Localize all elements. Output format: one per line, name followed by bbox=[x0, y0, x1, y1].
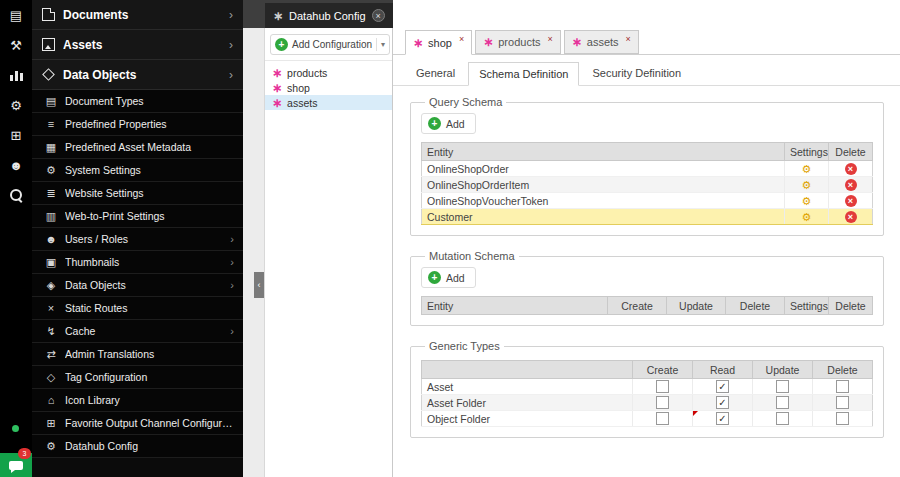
editor-tab-datahub-config[interactable]: ∗ Datahub Config × bbox=[265, 3, 393, 28]
sidebar-item-cache[interactable]: ↯Cache› bbox=[32, 320, 243, 343]
table-row[interactable]: OnlineShopOrder⚙× bbox=[422, 161, 873, 177]
main-sidebar: Documents›Assets›Data Objects› ▤Document… bbox=[32, 0, 243, 477]
definition-tabbar: GeneralSchema DefinitionSecurity Definit… bbox=[393, 55, 900, 86]
update-checkbox[interactable] bbox=[776, 396, 789, 409]
sidebar-item-icon-library[interactable]: ⌂Icon Library bbox=[32, 389, 243, 412]
collapse-panel-handle[interactable]: ‹ bbox=[254, 272, 264, 298]
settings-gear-icon[interactable]: ⚙ bbox=[785, 194, 828, 208]
tools-icon[interactable]: ⚒ bbox=[0, 30, 32, 60]
settings-gear-icon[interactable]: ⚙ bbox=[785, 162, 828, 176]
search-icon[interactable] bbox=[0, 180, 32, 210]
sidebar-item-system-settings[interactable]: ⚙System Settings bbox=[32, 159, 243, 182]
sidebar-item-label: Data Objects bbox=[65, 279, 223, 291]
tree-item-shop[interactable]: ∗shop bbox=[265, 80, 392, 95]
column-header-update: Update bbox=[667, 297, 726, 315]
sidebar-item-datahub-config[interactable]: ⚙Datahub Config bbox=[32, 435, 243, 458]
sidebar-item-label: Document Types bbox=[65, 95, 234, 107]
add-configuration-button[interactable]: + Add Configuration ▾ bbox=[270, 34, 390, 55]
table-row[interactable]: OnlineShopVoucherToken⚙× bbox=[422, 193, 873, 209]
cache-icon: ↯ bbox=[44, 325, 58, 338]
delete-cell: × bbox=[829, 193, 873, 209]
sidebar-item-website-settings[interactable]: ≣Website Settings bbox=[32, 182, 243, 205]
favorite-output-channel-configurations-icon: ⊞ bbox=[44, 417, 58, 430]
sidebar-item-thumbnails[interactable]: ▣Thumbnails› bbox=[32, 251, 243, 274]
close-icon[interactable]: × bbox=[626, 34, 631, 44]
feedback-button[interactable]: 3 bbox=[0, 453, 32, 477]
close-icon[interactable]: × bbox=[547, 34, 552, 44]
close-icon[interactable]: × bbox=[459, 34, 464, 44]
settings-gear-icon[interactable]: ⚙ bbox=[785, 210, 828, 224]
sidebar-item-data-objects[interactable]: ◈Data Objects› bbox=[32, 274, 243, 297]
sidebar-section-assets[interactable]: Assets› bbox=[32, 30, 243, 60]
sidebar-section-data-objects[interactable]: Data Objects› bbox=[32, 60, 243, 90]
documents-icon[interactable]: ▤ bbox=[0, 0, 32, 30]
delete-checkbox[interactable] bbox=[836, 380, 849, 393]
delete-icon[interactable]: × bbox=[845, 211, 857, 223]
delete-checkbox[interactable] bbox=[836, 396, 849, 409]
settings-gear-icon[interactable]: ⚙ bbox=[785, 178, 828, 192]
close-icon[interactable]: × bbox=[372, 9, 385, 22]
settings-cell: ⚙ bbox=[785, 193, 829, 209]
update-checkbox[interactable] bbox=[776, 412, 789, 425]
create-checkbox[interactable] bbox=[656, 396, 669, 409]
sidebar-item-label: Thumbnails bbox=[65, 256, 223, 268]
chevron-down-icon[interactable]: ▾ bbox=[381, 40, 385, 49]
subtab-security-definition[interactable]: Security Definition bbox=[581, 61, 692, 85]
sidebar-section-documents[interactable]: Documents› bbox=[32, 0, 243, 30]
editor-tab-label: Datahub Config bbox=[289, 10, 365, 22]
subtab-schema-definition[interactable]: Schema Definition bbox=[468, 62, 579, 86]
read-checkbox[interactable]: ✓ bbox=[716, 412, 729, 425]
tree-item-products[interactable]: ∗products bbox=[265, 65, 392, 80]
query-add-button[interactable]: + Add bbox=[421, 113, 476, 134]
delete-icon[interactable]: × bbox=[845, 195, 857, 207]
entity-cell: Customer bbox=[422, 209, 785, 225]
create-checkbox[interactable] bbox=[656, 412, 669, 425]
sidebar-item-document-types[interactable]: ▤Document Types bbox=[32, 90, 243, 113]
delete-icon[interactable]: × bbox=[845, 179, 857, 191]
sidebar-item-tag-configuration[interactable]: ◇Tag Configuration bbox=[32, 366, 243, 389]
sidebar-item-favorite-output-channel-configurations[interactable]: ⊞Favorite Output Channel Configurations bbox=[32, 412, 243, 435]
sidebar-item-static-routes[interactable]: ×Static Routes bbox=[32, 297, 243, 320]
tab-shop[interactable]: ∗shop× bbox=[405, 30, 472, 55]
update-checkbox[interactable] bbox=[776, 380, 789, 393]
read-checkbox[interactable]: ✓ bbox=[716, 396, 729, 409]
chevron-right-icon: › bbox=[230, 233, 234, 245]
icon-rail-items: ▤⚒⚙⊞☻ bbox=[0, 0, 32, 210]
ecommerce-icon[interactable]: ⊞ bbox=[0, 120, 32, 150]
table-row[interactable]: Customer⚙× bbox=[422, 209, 873, 225]
mutation-add-button[interactable]: + Add bbox=[421, 267, 476, 288]
create-checkbox[interactable] bbox=[656, 380, 669, 393]
users-icon[interactable]: ☻ bbox=[0, 150, 32, 180]
delete-icon[interactable]: × bbox=[845, 163, 857, 175]
chevron-right-icon: › bbox=[230, 279, 234, 291]
table-header-row: CreateReadUpdateDelete bbox=[422, 361, 873, 379]
tab-products[interactable]: ∗products× bbox=[475, 30, 561, 54]
system-settings-icon: ⚙ bbox=[44, 164, 58, 177]
sidebar-item-predefined-properties[interactable]: ≡Predefined Properties bbox=[32, 113, 243, 136]
sidebar-sections: Documents›Assets›Data Objects› bbox=[32, 0, 243, 90]
tab-assets[interactable]: ∗assets× bbox=[564, 30, 639, 54]
generic-types-fieldset: Generic Types CreateReadUpdateDeleteAsse… bbox=[410, 340, 884, 438]
tree-item-assets[interactable]: ∗assets bbox=[265, 95, 392, 110]
sidebar-item-admin-translations[interactable]: ⇄Admin Translations bbox=[32, 343, 243, 366]
reports-icon[interactable] bbox=[0, 60, 32, 90]
delete-checkbox[interactable] bbox=[836, 412, 849, 425]
delete-cell bbox=[813, 411, 873, 427]
column-header-settings: Settings bbox=[785, 297, 829, 315]
sidebar-item-predefined-asset-metadata[interactable]: ▦Predefined Asset Metadata bbox=[32, 136, 243, 159]
icon-library-icon: ⌂ bbox=[44, 394, 58, 406]
mutation-add-label: Add bbox=[446, 272, 465, 284]
column-header-create: Create bbox=[633, 361, 693, 379]
create-cell bbox=[633, 379, 693, 395]
sidebar-item-users-roles[interactable]: ☻Users / Roles› bbox=[32, 228, 243, 251]
datahub-config-icon: ⚙ bbox=[44, 440, 58, 453]
read-cell: ✓ bbox=[693, 395, 753, 411]
settings-icon[interactable]: ⚙ bbox=[0, 90, 32, 120]
read-checkbox[interactable]: ✓ bbox=[716, 380, 729, 393]
entity-cell: OnlineShopOrderItem bbox=[422, 177, 785, 193]
table-row[interactable]: OnlineShopOrderItem⚙× bbox=[422, 177, 873, 193]
plus-icon: + bbox=[428, 117, 441, 130]
sidebar-item-web-to-print-settings[interactable]: ▥Web-to-Print Settings bbox=[32, 205, 243, 228]
subtab-general[interactable]: General bbox=[405, 61, 466, 85]
table-row: Asset Folder✓ bbox=[422, 395, 873, 411]
